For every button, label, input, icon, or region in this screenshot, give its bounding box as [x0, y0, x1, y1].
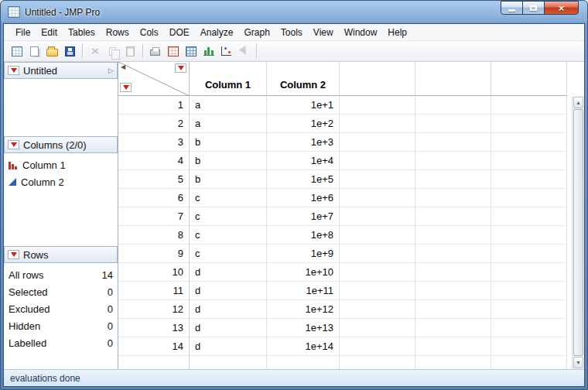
column1-cell[interactable]: d [190, 319, 267, 337]
empty-cell[interactable] [491, 282, 567, 300]
vertical-scrollbar[interactable]: ▲ ▼ [572, 96, 584, 369]
column-list-item[interactable]: Column 1 [4, 156, 118, 173]
menu-item[interactable]: File [10, 25, 36, 40]
column2-cell[interactable]: 1e+13 [267, 319, 340, 337]
empty-cell[interactable] [491, 337, 567, 356]
column1-cell[interactable]: a [190, 115, 267, 133]
empty-column-header[interactable] [340, 62, 415, 96]
empty-cell[interactable] [415, 96, 491, 115]
column-list-item[interactable]: Column 2 [4, 173, 118, 190]
column2-cell[interactable]: 1e+3 [267, 133, 340, 152]
column1-cell[interactable]: d [190, 300, 267, 319]
row-number-cell[interactable]: 13 [118, 319, 190, 337]
column1-cell[interactable]: c [190, 245, 267, 263]
empty-cell[interactable] [340, 133, 415, 152]
row-number-cell[interactable]: 9 [118, 245, 190, 263]
columns-menu-red-triangle-icon[interactable] [175, 63, 186, 73]
table-panel-header[interactable]: Untitled ▷ [4, 62, 118, 79]
column2-cell[interactable]: 1e+10 [267, 263, 340, 282]
red-triangle-menu-icon[interactable] [8, 66, 19, 75]
columns-panel-header[interactable]: Columns (2/0) [4, 136, 118, 153]
column1-cell[interactable]: d [190, 337, 267, 356]
grid-corner-cell[interactable]: ◀ [118, 62, 190, 96]
scrollbar-thumb[interactable] [573, 109, 583, 356]
empty-cell[interactable] [415, 226, 491, 245]
empty-cell[interactable] [415, 319, 491, 337]
empty-cell[interactable] [491, 207, 567, 226]
empty-cell[interactable] [340, 300, 415, 319]
column1-cell[interactable]: a [190, 96, 267, 115]
cut-icon[interactable] [86, 43, 104, 60]
rows-stat-row[interactable]: All rows 14 [4, 266, 118, 283]
empty-cell[interactable] [340, 170, 415, 189]
column2-cell[interactable]: 1e+6 [267, 189, 340, 207]
empty-cell[interactable] [340, 96, 415, 115]
column2-cell[interactable]: 1e+4 [267, 152, 340, 170]
distribution-icon[interactable] [200, 43, 217, 60]
menu-item[interactable]: View [308, 25, 339, 40]
empty-cell[interactable] [491, 263, 567, 282]
empty-cell[interactable] [491, 226, 567, 245]
column1-cell[interactable]: b [190, 152, 267, 170]
row-number-cell[interactable]: 5 [118, 170, 190, 189]
empty-cell[interactable] [491, 319, 567, 337]
print-icon[interactable] [146, 43, 164, 60]
row-number-cell[interactable]: 14 [118, 337, 190, 356]
empty-cell[interactable] [415, 189, 491, 207]
empty-cell[interactable] [491, 96, 567, 115]
row-number-cell[interactable]: 8 [118, 226, 190, 245]
column2-cell[interactable]: 1e+12 [267, 300, 340, 319]
empty-cell[interactable] [491, 115, 567, 133]
row-number-cell[interactable]: 12 [118, 300, 190, 319]
minimize-button[interactable] [501, 1, 523, 15]
row-number-cell[interactable]: 2 [118, 115, 190, 133]
rows-stat-row[interactable]: Hidden 0 [4, 317, 118, 334]
menu-item[interactable]: Graph [238, 25, 275, 40]
empty-cell[interactable] [491, 133, 567, 152]
empty-cell[interactable] [491, 300, 567, 319]
journal-table-icon[interactable] [182, 43, 200, 60]
empty-column-header[interactable] [491, 62, 567, 96]
empty-column-header[interactable] [415, 62, 491, 96]
empty-cell[interactable] [491, 245, 567, 263]
column1-cell[interactable]: c [190, 207, 267, 226]
empty-cell[interactable] [340, 189, 415, 207]
column-header[interactable]: Column 2 [267, 62, 340, 96]
red-triangle-menu-icon[interactable] [8, 140, 19, 149]
empty-cell[interactable] [491, 170, 567, 189]
menu-item[interactable]: Help [382, 25, 412, 40]
column1-cell[interactable]: d [190, 282, 267, 300]
empty-cell[interactable] [340, 152, 415, 170]
save-icon[interactable] [61, 43, 79, 60]
empty-cell[interactable] [340, 263, 415, 282]
empty-cell[interactable] [415, 152, 491, 170]
menu-item[interactable]: DOE [164, 25, 195, 40]
column-header[interactable]: Column 1 [190, 62, 267, 96]
empty-cell[interactable] [415, 115, 491, 133]
row-number-cell[interactable]: 7 [118, 207, 190, 226]
empty-cell[interactable] [415, 133, 491, 152]
column1-cell[interactable]: d [190, 263, 267, 282]
copy-icon[interactable] [104, 43, 121, 60]
empty-cell[interactable] [340, 226, 415, 245]
menu-item[interactable]: Tables [63, 25, 101, 40]
open-icon[interactable] [43, 43, 61, 60]
rows-panel-header[interactable]: Rows [4, 246, 118, 263]
empty-cell[interactable] [415, 245, 491, 263]
row-number-cell[interactable]: 10 [118, 263, 190, 282]
column1-cell[interactable]: c [190, 189, 267, 207]
column2-cell[interactable]: 1e+9 [267, 245, 340, 263]
empty-cell[interactable] [340, 282, 415, 300]
close-button[interactable]: × [544, 1, 579, 15]
row-number-cell[interactable]: 1 [118, 96, 190, 115]
column2-cell[interactable]: 1e+11 [267, 282, 340, 300]
empty-cell[interactable] [415, 282, 491, 300]
empty-cell[interactable] [340, 207, 415, 226]
empty-cell[interactable] [415, 300, 491, 319]
panel-collapse-icon[interactable]: ▷ [108, 67, 114, 74]
selection-tool-icon[interactable] [235, 43, 253, 60]
titlebar[interactable]: Untitled - JMP Pro × [3, 1, 585, 23]
menu-item[interactable]: Edit [36, 25, 63, 40]
rows-stat-row[interactable]: Selected 0 [4, 283, 118, 300]
empty-cell[interactable] [340, 115, 415, 133]
